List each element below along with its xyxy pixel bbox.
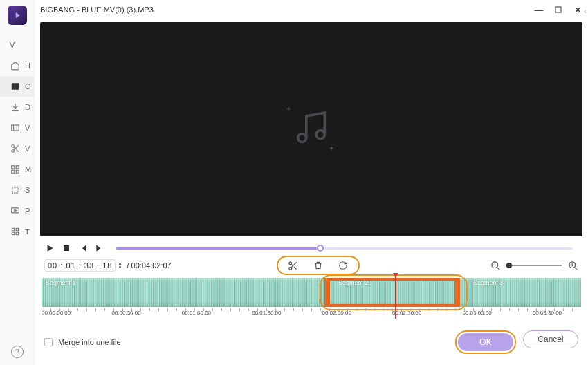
prev-button[interactable] [77, 243, 89, 254]
monitor-icon [10, 205, 21, 216]
collapse-panel-handle[interactable]: ‹ [584, 0, 588, 365]
svg-point-19 [289, 267, 292, 270]
apps-icon [10, 226, 21, 237]
duration-label: / 00:04:02:07 [127, 261, 171, 270]
time-down-button[interactable]: ▼ [117, 265, 122, 270]
svg-rect-8 [12, 187, 18, 193]
current-time-input[interactable]: 00 : 01 : 33 . 18 [44, 259, 116, 272]
svg-point-15 [298, 133, 306, 142]
next-button[interactable] [94, 243, 105, 254]
progress-thumb[interactable] [317, 245, 324, 252]
titlebar: BIGBANG - BLUE MV(0) (3).MP3 — ✕ [35, 0, 588, 19]
film-icon [10, 81, 21, 92]
home-icon [10, 60, 21, 71]
sidebar-item-merge[interactable]: M [0, 159, 34, 180]
svg-rect-5 [16, 166, 19, 169]
edit-tools-highlight [277, 256, 360, 275]
svg-rect-10 [12, 228, 15, 231]
svg-point-3 [12, 150, 15, 153]
timeline[interactable]: Segment 1 Segment 2 Segment 3 00:00:00:0… [42, 278, 581, 321]
sidebar-item-toolbox[interactable]: T [0, 221, 34, 242]
close-button[interactable]: ✕ [573, 5, 582, 15]
svg-rect-14 [555, 7, 561, 12]
svg-rect-4 [12, 166, 15, 169]
maximize-button[interactable] [553, 5, 563, 15]
help-icon[interactable]: ? [11, 346, 24, 358]
segment-3-label: Segment 3 [473, 279, 504, 286]
merge-checkbox[interactable] [44, 338, 53, 346]
cut-tool[interactable] [288, 260, 299, 271]
svg-point-18 [289, 261, 292, 264]
waveform[interactable]: Segment 1 Segment 2 Segment 3 [42, 278, 581, 307]
zoom-in-button[interactable] [567, 260, 578, 271]
svg-point-2 [12, 145, 15, 148]
preview-area: ✦ ✦ [40, 22, 582, 236]
zoom-out-button[interactable] [490, 260, 501, 271]
svg-rect-17 [64, 245, 69, 251]
zoom-slider[interactable] [506, 265, 562, 266]
sidebar-item-play[interactable]: P [0, 200, 34, 221]
delete-tool[interactable] [313, 260, 324, 271]
crop-icon [10, 185, 21, 196]
svg-rect-1 [12, 125, 19, 131]
svg-rect-11 [16, 228, 19, 231]
reset-tool[interactable] [338, 260, 349, 271]
sidebar-item-convert[interactable]: C [0, 76, 34, 97]
svg-rect-6 [12, 170, 15, 173]
sidebar-item-0[interactable]: V [0, 35, 34, 55]
play-button[interactable] [44, 243, 55, 254]
stop-button[interactable] [61, 243, 72, 254]
grid-icon [10, 122, 21, 133]
progress-bar[interactable] [116, 247, 573, 250]
cancel-button[interactable]: Cancel [523, 330, 578, 348]
segment-1-label: Segment 1 [46, 279, 76, 286]
window-title: BIGBANG - BLUE MV(0) (3).MP3 [40, 6, 534, 14]
sidebar-item-4[interactable]: V [0, 118, 34, 138]
sidebar-item-cut[interactable]: V [0, 138, 34, 159]
time-ruler: 00:00:00:00 00:00:30:00 00:01:00:00 00:0… [42, 308, 581, 321]
svg-rect-12 [12, 232, 15, 235]
music-placeholder-icon: ✦ ✦ [291, 108, 331, 151]
sidebar: V H C D V V M S P [0, 0, 35, 365]
app-logo [8, 6, 27, 25]
merge-icon [10, 164, 21, 175]
download-icon [10, 102, 21, 113]
sidebar-item-download[interactable]: D [0, 97, 34, 118]
svg-rect-7 [16, 170, 19, 173]
scissors-icon [10, 143, 21, 154]
ok-button[interactable]: OK [458, 333, 513, 351]
minimize-button[interactable]: — [534, 5, 544, 15]
svg-rect-0 [12, 83, 19, 89]
svg-rect-13 [16, 232, 19, 235]
ok-highlight: OK [455, 330, 516, 354]
sidebar-item-home[interactable]: H [0, 55, 34, 76]
merge-label: Merge into one file [58, 338, 121, 346]
sidebar-item-7[interactable]: S [0, 180, 34, 200]
selection-highlight [320, 274, 468, 310]
svg-point-16 [316, 131, 324, 139]
